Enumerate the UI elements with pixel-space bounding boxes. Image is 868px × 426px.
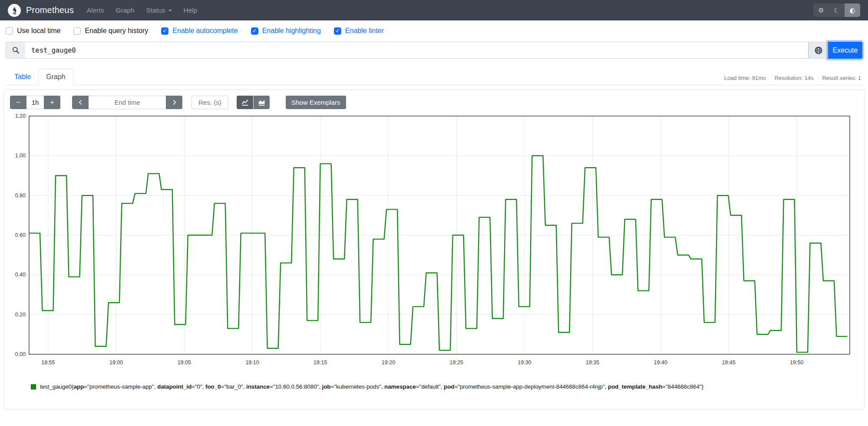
execute-button[interactable]: Execute [828, 42, 862, 59]
svg-text:19:10: 19:10 [245, 359, 259, 366]
checkbox-label: Enable highlighting [262, 27, 321, 35]
globe-icon [815, 47, 822, 54]
time-back-button[interactable] [72, 96, 89, 109]
svg-text:19:00: 19:00 [109, 359, 123, 366]
tab-table[interactable]: Table [7, 69, 38, 85]
svg-text:19:15: 19:15 [314, 359, 327, 366]
resolution-input[interactable] [191, 96, 228, 109]
svg-text:0.80: 0.80 [15, 193, 26, 199]
checkbox-use-local-time[interactable]: Use local time [6, 27, 60, 35]
chart-svg[interactable]: 0.000.200.400.600.801.001.2018:5519:0019… [10, 113, 858, 370]
caret-down-icon [168, 10, 172, 13]
nav-links: Alerts Graph Status Help [87, 7, 198, 14]
checkbox-label: Enable query history [85, 27, 148, 35]
brand-title[interactable]: Prometheus [26, 5, 74, 15]
svg-text:0.20: 0.20 [15, 312, 26, 318]
checkbox-box[interactable] [161, 27, 168, 35]
query-bar: Execute [6, 42, 862, 59]
nav-link-status[interactable]: Status [146, 7, 172, 14]
checkbox-box[interactable] [251, 27, 258, 35]
nav-link-alerts[interactable]: Alerts [87, 7, 104, 14]
stacked-chart-icon [258, 99, 265, 106]
range-increase-button[interactable]: + [44, 96, 60, 109]
stat-load-time: Load time: 91ms [724, 75, 766, 81]
end-time-input[interactable] [89, 96, 166, 109]
checkbox-box[interactable] [6, 27, 13, 35]
checkbox-label: Enable autocomplete [172, 27, 238, 35]
navbar: Prometheus Alerts Graph Status Help ⚙ ☾ … [0, 0, 868, 20]
end-time-control [72, 96, 182, 109]
series-label: test_gauge0{app="prometheus-sample-app",… [40, 383, 703, 390]
svg-text:1.00: 1.00 [15, 153, 26, 159]
svg-text:19:30: 19:30 [518, 359, 531, 366]
graph-controls: − + [4, 90, 864, 113]
checkbox-box[interactable] [73, 27, 81, 35]
time-forward-button[interactable] [166, 96, 182, 109]
checkbox-box[interactable] [334, 27, 341, 35]
checkbox-enable-highlighting[interactable]: Enable highlighting [251, 27, 321, 35]
svg-text:19:25: 19:25 [450, 359, 463, 366]
svg-text:1.20: 1.20 [15, 113, 26, 119]
contrast-icon: ◐ [849, 7, 855, 14]
chevron-left-icon [78, 99, 83, 106]
moon-icon: ☾ [834, 7, 839, 14]
legend[interactable]: test_gauge0{app="prometheus-sample-app",… [31, 383, 864, 390]
svg-text:19:20: 19:20 [382, 359, 395, 366]
auto-theme-button[interactable]: ◐ [845, 3, 860, 17]
nav-link-graph[interactable]: Graph [116, 7, 134, 14]
stat-resolution: Resolution: 14s [775, 75, 814, 81]
nav-link-help[interactable]: Help [184, 7, 198, 14]
search-addon [6, 42, 25, 59]
svg-text:0.00: 0.00 [15, 351, 26, 357]
query-input[interactable] [25, 42, 809, 59]
flame-icon [10, 6, 19, 15]
checkbox-label: Enable linter [345, 27, 384, 35]
checkbox-label: Use local time [17, 27, 60, 35]
settings-button[interactable]: ⚙ [813, 3, 829, 17]
gear-icon: ⚙ [818, 7, 824, 14]
checkbox-enable-autocomplete[interactable]: Enable autocomplete [161, 27, 238, 35]
chart-area[interactable]: 0.000.200.400.600.801.001.2018:5519:0019… [4, 113, 864, 372]
checkbox-enable-linter[interactable]: Enable linter [334, 27, 384, 35]
prometheus-logo-icon[interactable] [8, 4, 21, 17]
metrics-explorer-addon[interactable] [809, 42, 828, 59]
svg-text:18:55: 18:55 [41, 359, 55, 366]
svg-text:0.60: 0.60 [15, 232, 26, 238]
svg-text:19:40: 19:40 [654, 359, 667, 366]
svg-text:0.40: 0.40 [15, 272, 26, 278]
stat-result-series: Result series: 1 [822, 75, 861, 81]
stacked-chart-button[interactable] [253, 96, 270, 109]
chevron-right-icon [172, 99, 177, 106]
checkbox-enable-query-history[interactable]: Enable query history [73, 27, 148, 35]
series-swatch [31, 384, 36, 389]
svg-text:19:35: 19:35 [586, 359, 599, 366]
range-input[interactable] [26, 96, 44, 109]
chart-type-toggle [237, 96, 270, 109]
line-chart-button[interactable] [237, 96, 253, 109]
options-row: Use local time Enable query history Enab… [0, 20, 868, 39]
nav-link-status-label: Status [146, 7, 165, 14]
svg-text:19:05: 19:05 [178, 359, 191, 366]
show-exemplars-button[interactable]: Show Exemplars [286, 96, 346, 109]
search-icon [12, 47, 20, 54]
dark-mode-button[interactable]: ☾ [829, 3, 845, 17]
theme-toggle-group: ⚙ ☾ ◐ [813, 3, 860, 17]
tab-graph[interactable]: Graph [38, 69, 73, 85]
range-decrease-button[interactable]: − [10, 96, 26, 109]
svg-text:19:45: 19:45 [722, 359, 735, 366]
svg-text:19:50: 19:50 [790, 359, 803, 366]
line-chart-icon [241, 99, 249, 106]
graph-panel: − + [3, 90, 865, 410]
tabs-row: Table Graph Load time: 91ms Resolution: … [6, 67, 862, 85]
query-stats: Load time: 91ms Resolution: 14s Result s… [724, 75, 861, 85]
range-control: − + [10, 96, 60, 109]
